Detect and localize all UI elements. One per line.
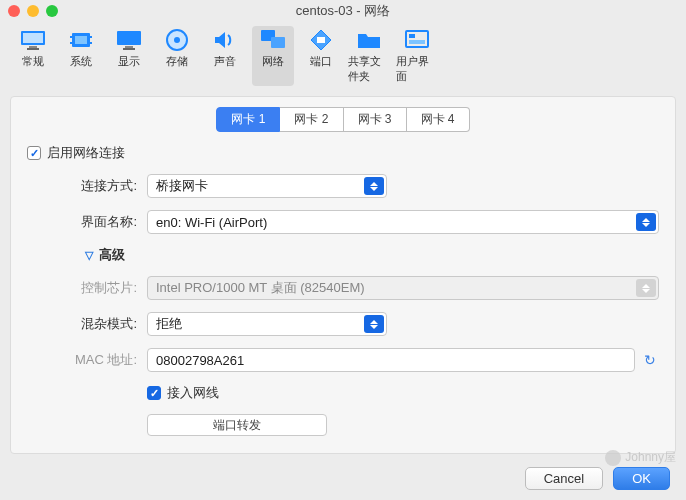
adapter-tab-3[interactable]: 网卡 3 <box>344 107 407 132</box>
port-forwarding-button[interactable]: 端口转发 <box>147 414 327 436</box>
attached-to-label: 连接方式: <box>27 177 147 195</box>
svg-rect-5 <box>75 36 87 44</box>
minimize-icon[interactable] <box>27 5 39 17</box>
triangle-down-icon: ▽ <box>85 249 93 262</box>
promiscuous-mode-label: 混杂模式: <box>27 315 147 333</box>
chip-icon <box>66 28 96 52</box>
chevron-updown-icon <box>636 279 656 297</box>
chevron-updown-icon <box>636 213 656 231</box>
wechat-icon <box>605 450 621 466</box>
monitor-icon <box>18 28 48 52</box>
tab-audio[interactable]: 声音 <box>204 26 246 86</box>
close-icon[interactable] <box>8 5 20 17</box>
tab-system[interactable]: 系统 <box>60 26 102 86</box>
cancel-button[interactable]: Cancel <box>525 467 603 490</box>
chevron-updown-icon <box>364 315 384 333</box>
tab-shared-folders[interactable]: 共享文件夹 <box>348 26 390 86</box>
tab-user-interface[interactable]: 用户界面 <box>396 26 438 86</box>
svg-point-14 <box>174 37 180 43</box>
speaker-icon <box>210 28 240 52</box>
tab-display[interactable]: 显示 <box>108 26 150 86</box>
window-controls <box>8 5 58 17</box>
settings-panel: 网卡 1 网卡 2 网卡 3 网卡 4 启用网络连接 连接方式: 桥接网卡 界面… <box>10 96 676 454</box>
ui-icon <box>402 28 432 52</box>
display-icon <box>114 28 144 52</box>
adapter-type-select: Intel PRO/1000 MT 桌面 (82540EM) <box>147 276 659 300</box>
svg-rect-10 <box>117 31 141 45</box>
svg-rect-2 <box>29 46 37 48</box>
adapter-type-label: 控制芯片: <box>27 279 147 297</box>
svg-rect-11 <box>125 46 133 48</box>
adapter-tab-2[interactable]: 网卡 2 <box>280 107 343 132</box>
svg-rect-12 <box>123 48 135 50</box>
cable-connected-label: 接入网线 <box>167 384 219 402</box>
enable-adapter-checkbox[interactable] <box>27 146 41 160</box>
svg-rect-20 <box>409 40 425 44</box>
svg-rect-19 <box>409 34 415 38</box>
refresh-mac-button[interactable]: ↻ <box>641 351 659 369</box>
maximize-icon[interactable] <box>46 5 58 17</box>
window-title: centos-03 - 网络 <box>0 2 686 20</box>
svg-rect-16 <box>271 37 285 48</box>
svg-rect-3 <box>27 48 39 50</box>
tab-general[interactable]: 常规 <box>12 26 54 86</box>
svg-rect-17 <box>317 37 325 43</box>
advanced-disclosure[interactable]: ▽ 高级 <box>85 246 659 264</box>
folder-icon <box>354 28 384 52</box>
tab-network[interactable]: 网络 <box>252 26 294 86</box>
adapter-tabs: 网卡 1 网卡 2 网卡 3 网卡 4 <box>27 107 659 132</box>
adapter-tab-4[interactable]: 网卡 4 <box>407 107 470 132</box>
chevron-updown-icon <box>364 177 384 195</box>
ok-button[interactable]: OK <box>613 467 670 490</box>
watermark: Johnny屋 <box>605 449 676 466</box>
category-toolbar: 常规 系统 显示 存储 声音 网络 端口 共享文件夹 用户界面 <box>0 22 686 96</box>
promiscuous-mode-select[interactable]: 拒绝 <box>147 312 387 336</box>
network-icon <box>258 28 288 52</box>
dialog-footer: Cancel OK <box>525 467 670 490</box>
tab-storage[interactable]: 存储 <box>156 26 198 86</box>
interface-name-select[interactable]: en0: Wi-Fi (AirPort) <box>147 210 659 234</box>
tab-ports[interactable]: 端口 <box>300 26 342 86</box>
titlebar: centos-03 - 网络 <box>0 0 686 22</box>
cable-connected-checkbox[interactable] <box>147 386 161 400</box>
interface-name-label: 界面名称: <box>27 213 147 231</box>
port-icon <box>306 28 336 52</box>
svg-rect-18 <box>406 31 428 47</box>
mac-address-label: MAC 地址: <box>27 351 147 369</box>
adapter-tab-1[interactable]: 网卡 1 <box>216 107 280 132</box>
enable-adapter-label: 启用网络连接 <box>47 144 125 162</box>
attached-to-select[interactable]: 桥接网卡 <box>147 174 387 198</box>
mac-address-input[interactable]: 08002798A261 <box>147 348 635 372</box>
svg-rect-1 <box>23 33 43 43</box>
disk-icon <box>162 28 192 52</box>
